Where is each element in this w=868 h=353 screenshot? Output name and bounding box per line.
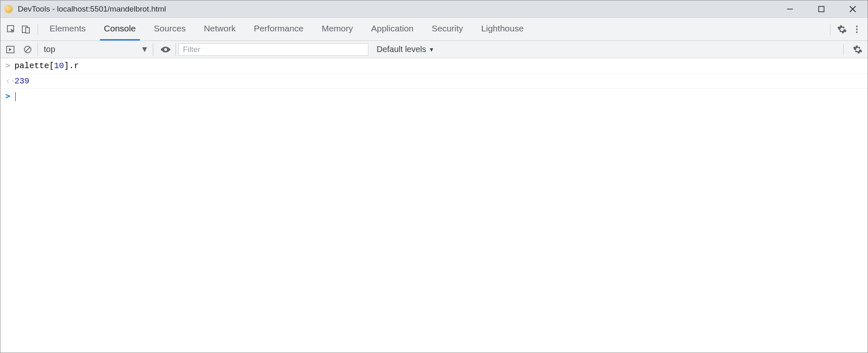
- minimize-button[interactable]: [782, 1, 798, 17]
- devtools-favicon: [5, 5, 13, 13]
- clear-console-button[interactable]: [20, 42, 35, 57]
- tab-label: Performance: [254, 24, 304, 33]
- gear-icon: [853, 45, 863, 54]
- caret-down-icon: ▼: [140, 45, 149, 54]
- tab-label: Elements: [50, 24, 86, 33]
- prompt-output-icon: ‹·: [5, 75, 14, 86]
- tab-label: Network: [204, 24, 236, 33]
- log-levels-selector[interactable]: Default levels ▼: [377, 45, 434, 54]
- console-settings-button[interactable]: [850, 42, 865, 57]
- tab-performance[interactable]: Performance: [250, 18, 308, 40]
- tab-label: Console: [104, 24, 136, 33]
- prompt-input-icon: >: [5, 59, 14, 71]
- code-text: ].r: [64, 61, 79, 71]
- more-menu-button[interactable]: [849, 22, 864, 37]
- clear-icon: [23, 45, 32, 54]
- console-entry-output: ‹· 239: [0, 73, 868, 89]
- tab-console[interactable]: Console: [100, 18, 140, 40]
- devtools-tabs-bar: Elements Console Sources Network Perform…: [0, 18, 868, 41]
- tab-label: Lighthouse: [481, 24, 524, 33]
- code-text: palette[: [14, 61, 54, 71]
- gear-icon: [837, 24, 847, 34]
- tabsbar-right-icons: [826, 22, 864, 37]
- settings-button[interactable]: [835, 22, 849, 37]
- close-icon: [849, 5, 857, 13]
- console-entry-input: > palette[10].r: [0, 58, 868, 73]
- devtools-window: DevTools - localhost:5501/mandelbrot.htm…: [0, 0, 868, 353]
- window-controls: [782, 1, 861, 17]
- console-toolbar: top ▼ Default levels ▼: [0, 41, 868, 58]
- svg-marker-11: [9, 48, 12, 51]
- caret-down-icon: ▼: [429, 46, 434, 53]
- svg-point-7: [856, 26, 858, 27]
- tab-application[interactable]: Application: [367, 18, 418, 40]
- tab-security[interactable]: Security: [427, 18, 467, 40]
- context-label: top: [44, 45, 55, 54]
- sidebar-icon: [6, 45, 15, 54]
- tab-memory[interactable]: Memory: [318, 18, 357, 40]
- console-input-line[interactable]: [14, 91, 16, 102]
- inspect-icon: [6, 24, 16, 34]
- prompt-active-icon: >: [5, 90, 14, 102]
- kebab-icon: [852, 25, 861, 34]
- svg-line-13: [26, 47, 30, 52]
- tab-label: Application: [371, 24, 414, 33]
- svg-rect-1: [819, 6, 824, 12]
- live-expression-wrap: [156, 43, 176, 56]
- svg-point-14: [164, 48, 167, 51]
- panel-tabs: Elements Console Sources Network Perform…: [45, 18, 826, 40]
- eye-icon: [160, 45, 171, 54]
- tab-label: Memory: [322, 24, 353, 33]
- console-output[interactable]: > palette[10].r ‹· 239 >: [0, 58, 868, 353]
- maximize-icon: [818, 5, 825, 13]
- device-icon: [21, 24, 31, 34]
- levels-label: Default levels: [377, 45, 426, 54]
- device-toolbar-button[interactable]: [19, 22, 33, 37]
- separator: [38, 24, 38, 35]
- toggle-sidebar-button[interactable]: [3, 42, 18, 57]
- tab-label: Security: [432, 24, 463, 33]
- tab-lighthouse[interactable]: Lighthouse: [477, 18, 528, 40]
- console-result: 239: [14, 76, 29, 87]
- filter-input[interactable]: [178, 43, 368, 56]
- svg-point-9: [856, 31, 858, 33]
- console-prompt-row[interactable]: >: [0, 89, 868, 104]
- maximize-button[interactable]: [813, 1, 830, 17]
- separator: [843, 44, 844, 55]
- svg-point-8: [856, 28, 858, 30]
- close-button[interactable]: [844, 1, 861, 17]
- svg-rect-6: [26, 28, 29, 33]
- tab-label: Sources: [154, 24, 186, 33]
- execution-context-selector[interactable]: top ▼: [38, 43, 153, 56]
- titlebar: DevTools - localhost:5501/mandelbrot.htm…: [0, 0, 868, 18]
- console-code: palette[10].r: [14, 60, 79, 72]
- tab-network[interactable]: Network: [200, 18, 240, 40]
- code-number: 10: [54, 61, 64, 71]
- tab-elements[interactable]: Elements: [45, 18, 90, 40]
- tab-sources[interactable]: Sources: [150, 18, 190, 40]
- minimize-icon: [786, 5, 794, 13]
- inspect-element-button[interactable]: [4, 22, 19, 37]
- separator: [830, 24, 830, 35]
- text-cursor: [15, 92, 16, 101]
- create-live-expression-button[interactable]: [160, 42, 171, 57]
- window-title: DevTools - localhost:5501/mandelbrot.htm…: [18, 5, 782, 14]
